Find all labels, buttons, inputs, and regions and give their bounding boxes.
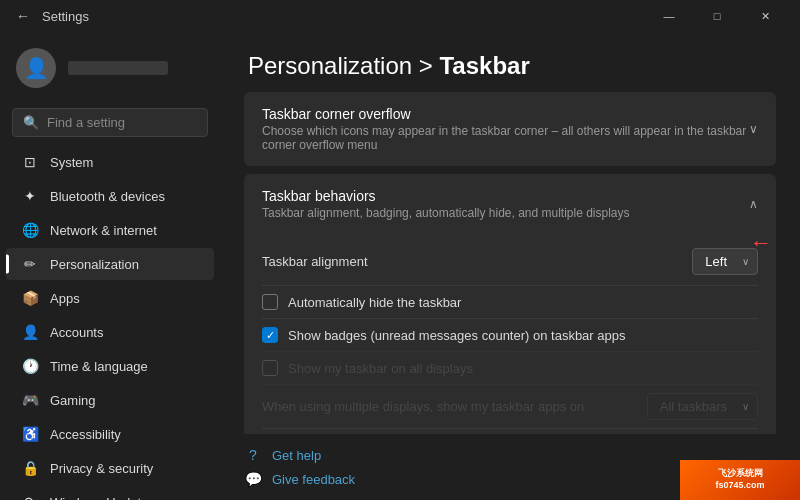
alignment-dropdown[interactable]: Left bbox=[692, 248, 758, 275]
page-header: Personalization > Taskbar bbox=[220, 32, 800, 92]
title-bar-controls: — □ ✕ bbox=[646, 0, 788, 32]
title-bar-left: ← Settings bbox=[12, 8, 89, 24]
app-title: Settings bbox=[42, 9, 89, 24]
sidebar-label-system: System bbox=[50, 155, 93, 170]
sidebar-label-accounts: Accounts bbox=[50, 325, 103, 340]
badges-label: Show badges (unread messages counter) on… bbox=[288, 328, 625, 343]
apps-icon: 📦 bbox=[22, 290, 38, 306]
sidebar-item-time[interactable]: 🕐 Time & language bbox=[6, 350, 214, 382]
breadcrumb-parent: Personalization bbox=[248, 52, 412, 79]
user-name bbox=[68, 61, 168, 75]
overflow-header[interactable]: Taskbar corner overflow Choose which ico… bbox=[244, 92, 776, 166]
behaviors-subtitle: Taskbar alignment, badging, automaticall… bbox=[262, 206, 630, 220]
close-button[interactable]: ✕ bbox=[742, 0, 788, 32]
search-icon: 🔍 bbox=[23, 115, 39, 130]
watermark: 飞沙系统网fs0745.com bbox=[680, 460, 800, 500]
feedback-icon: 💬 bbox=[244, 470, 262, 488]
feedback-label: Give feedback bbox=[272, 472, 355, 487]
sidebar-label-personalization: Personalization bbox=[50, 257, 139, 272]
behaviors-header[interactable]: Taskbar behaviors Taskbar alignment, bad… bbox=[244, 174, 776, 234]
personalization-icon: ✏ bbox=[22, 256, 38, 272]
system-icon: ⊡ bbox=[22, 154, 38, 170]
behaviors-body: Taskbar alignment Left Automatically hid… bbox=[244, 234, 776, 434]
network-icon: 🌐 bbox=[22, 222, 38, 238]
avatar: 👤 bbox=[16, 48, 56, 88]
sidebar-label-privacy: Privacy & security bbox=[50, 461, 153, 476]
overflow-subtitle: Choose which icons may appear in the tas… bbox=[262, 124, 749, 152]
watermark-text: 飞沙系统网fs0745.com bbox=[715, 468, 764, 491]
maximize-button[interactable]: □ bbox=[694, 0, 740, 32]
alignment-row: Taskbar alignment Left bbox=[262, 238, 758, 285]
user-section[interactable]: 👤 bbox=[0, 36, 220, 100]
search-placeholder: Find a setting bbox=[47, 115, 125, 130]
search-box[interactable]: 🔍 Find a setting bbox=[12, 108, 208, 137]
sidebar-label-windows-update: Windows Update bbox=[50, 495, 148, 501]
alignment-label: Taskbar alignment bbox=[262, 254, 368, 269]
get-help-label: Get help bbox=[272, 448, 321, 463]
badges-row[interactable]: Show badges (unread messages counter) on… bbox=[262, 318, 758, 351]
behaviors-chevron: ∧ bbox=[749, 197, 758, 211]
overflow-section: Taskbar corner overflow Choose which ico… bbox=[244, 92, 776, 166]
accounts-icon: 👤 bbox=[22, 324, 38, 340]
multi-display-row: Show my taskbar on all displays bbox=[262, 351, 758, 384]
sidebar-item-network[interactable]: 🌐 Network & internet bbox=[6, 214, 214, 246]
overflow-chevron: ∨ bbox=[749, 122, 758, 136]
bluetooth-icon: ✦ bbox=[22, 188, 38, 204]
sidebar-item-accounts[interactable]: 👤 Accounts bbox=[6, 316, 214, 348]
time-icon: 🕐 bbox=[22, 358, 38, 374]
badges-checkbox[interactable] bbox=[262, 327, 278, 343]
auto-hide-row[interactable]: Automatically hide the taskbar bbox=[262, 285, 758, 318]
auto-hide-checkbox[interactable] bbox=[262, 294, 278, 310]
sidebar-label-time: Time & language bbox=[50, 359, 148, 374]
sidebar-item-accessibility[interactable]: ♿ Accessibility bbox=[6, 418, 214, 450]
avatar-icon: 👤 bbox=[24, 56, 49, 80]
apps-on-value: All taskbars bbox=[660, 399, 727, 414]
get-help-icon: ? bbox=[244, 446, 262, 464]
sidebar-item-gaming[interactable]: 🎮 Gaming bbox=[6, 384, 214, 416]
main-content: Personalization > Taskbar Taskbar corner… bbox=[220, 32, 800, 500]
app-body: 👤 🔍 Find a setting ⊡ System ✦ Bluetooth … bbox=[0, 32, 800, 500]
content-area: Taskbar corner overflow Choose which ico… bbox=[220, 92, 800, 434]
sidebar-label-apps: Apps bbox=[50, 291, 80, 306]
multi-display-checkbox bbox=[262, 360, 278, 376]
behaviors-section: Taskbar behaviors Taskbar alignment, bad… bbox=[244, 174, 776, 434]
alignment-value: Left bbox=[705, 254, 727, 269]
apps-on-row: When using multiple displays, show my ta… bbox=[262, 384, 758, 428]
sidebar-item-privacy[interactable]: 🔒 Privacy & security bbox=[6, 452, 214, 484]
sidebar-item-personalization[interactable]: ✏ Personalization bbox=[6, 248, 214, 280]
breadcrumb-separator: > bbox=[419, 52, 440, 79]
overflow-title: Taskbar corner overflow bbox=[262, 106, 749, 122]
auto-hide-label: Automatically hide the taskbar bbox=[288, 295, 461, 310]
sidebar-item-bluetooth[interactable]: ✦ Bluetooth & devices bbox=[6, 180, 214, 212]
behaviors-title: Taskbar behaviors bbox=[262, 188, 630, 204]
sidebar-label-accessibility: Accessibility bbox=[50, 427, 121, 442]
sidebar-item-system[interactable]: ⊡ System bbox=[6, 146, 214, 178]
sidebar-label-network: Network & internet bbox=[50, 223, 157, 238]
sidebar-label-gaming: Gaming bbox=[50, 393, 96, 408]
sidebar-label-bluetooth: Bluetooth & devices bbox=[50, 189, 165, 204]
overflow-text: Taskbar corner overflow Choose which ico… bbox=[262, 106, 749, 152]
breadcrumb-current: Taskbar bbox=[439, 52, 529, 79]
sidebar: 👤 🔍 Find a setting ⊡ System ✦ Bluetooth … bbox=[0, 32, 220, 500]
apps-on-dropdown: All taskbars bbox=[647, 393, 758, 420]
title-bar: ← Settings — □ ✕ bbox=[0, 0, 800, 32]
apps-on-label: When using multiple displays, show my ta… bbox=[262, 399, 584, 414]
behaviors-text: Taskbar behaviors Taskbar alignment, bad… bbox=[262, 188, 630, 220]
sidebar-item-windows-update[interactable]: ⟳ Windows Update bbox=[6, 486, 214, 500]
page-title: Personalization > Taskbar bbox=[248, 52, 772, 80]
windows-update-icon: ⟳ bbox=[22, 494, 38, 500]
multi-display-label: Show my taskbar on all displays bbox=[288, 361, 473, 376]
sidebar-item-apps[interactable]: 📦 Apps bbox=[6, 282, 214, 314]
back-icon[interactable]: ← bbox=[12, 8, 34, 24]
minimize-button[interactable]: — bbox=[646, 0, 692, 32]
privacy-icon: 🔒 bbox=[22, 460, 38, 476]
accessibility-icon: ♿ bbox=[22, 426, 38, 442]
gaming-icon: 🎮 bbox=[22, 392, 38, 408]
